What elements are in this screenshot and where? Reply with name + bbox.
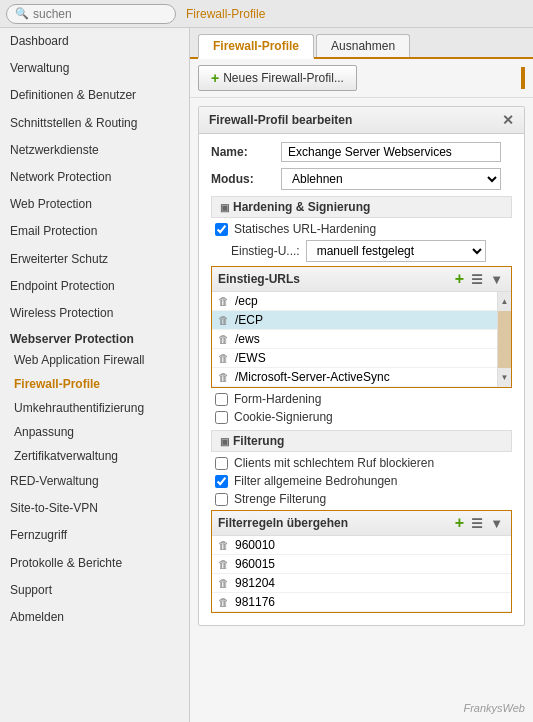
sidebar-sub-web-application-firewall[interactable]: Web Application Firewall (0, 348, 189, 372)
sidebar-item-support[interactable]: Support (0, 577, 189, 604)
sidebar-item-wireless-protection[interactable]: Wireless Protection (0, 300, 189, 327)
list-arrow-button[interactable]: ▼ (488, 272, 505, 287)
cookie-signierung-label: Cookie-Signierung (234, 410, 333, 424)
filter-value: 960010 (235, 538, 275, 552)
filter-options-button[interactable]: ☰ (469, 516, 485, 531)
clients-row: Clients mit schlechtem Ruf blockieren (211, 456, 512, 470)
search-box[interactable]: 🔍 (6, 4, 176, 24)
sidebar-sub-zertifikatverwaltung[interactable]: Zertifikatverwaltung (0, 444, 189, 468)
search-input[interactable] (33, 7, 173, 21)
einstieg-label: Einstieg-U...: (231, 244, 300, 258)
filterregeln-title: Filterregeln übergehen (218, 516, 348, 530)
cookie-signierung-row: Cookie-Signierung (211, 410, 512, 424)
filterung-label: Filterung (233, 434, 284, 448)
url-icon: 🗑 (218, 333, 229, 345)
filter-arrow-button[interactable]: ▼ (488, 516, 505, 531)
sidebar-item-site-to-site-vpn[interactable]: Site-to-Site-VPN (0, 495, 189, 522)
top-bar: 🔍 Firewall-Profile (0, 0, 533, 28)
add-filter-button[interactable]: + (453, 514, 466, 532)
sidebar-item-protokolle[interactable]: Protokolle & Berichte (0, 550, 189, 577)
sidebar-item-abmelden[interactable]: Abmelden (0, 604, 189, 631)
sidebar-item-netzwerkdienste[interactable]: Netzwerkdienste (0, 137, 189, 164)
scroll-thumb (498, 311, 511, 368)
sidebar-item-fernzugriff[interactable]: Fernzugriff (0, 522, 189, 549)
einstieg-row: Einstieg-U...: manuell festgelegtautomat… (211, 240, 512, 262)
filter-list-item[interactable]: 🗑960010 (212, 536, 511, 555)
url-list-item[interactable]: 🗑/ews (212, 330, 497, 349)
sidebar-item-verwaltung[interactable]: Verwaltung (0, 55, 189, 82)
tab-ausnahmen[interactable]: Ausnahmen (316, 34, 410, 57)
modus-label: Modus: (211, 172, 281, 186)
watermark: FrankysWeb (463, 702, 525, 714)
sidebar-sub-firewall-profile[interactable]: Firewall-Profile (0, 372, 189, 396)
static-url-checkbox[interactable] (215, 223, 228, 236)
sidebar-item-email-protection[interactable]: Email Protection (0, 218, 189, 245)
sidebar-item-dashboard[interactable]: Dashboard (0, 28, 189, 55)
strenge-checkbox[interactable] (215, 493, 228, 506)
tab-firewall-profile[interactable]: Firewall-Profile (198, 34, 314, 59)
filter-allgemein-label: Filter allgemeine Bedrohungen (234, 474, 397, 488)
form-hardening-checkbox[interactable] (215, 393, 228, 406)
filter-value: 981176 (235, 595, 275, 609)
collapse-icon: ▣ (220, 202, 229, 213)
filter-value: 960015 (235, 557, 275, 571)
static-url-row: Statisches URL-Hardening (211, 222, 512, 236)
sidebar-item-schnittstellen[interactable]: Schnittstellen & Routing (0, 110, 189, 137)
filter-list-inner: 🗑960010🗑960015🗑981204🗑981176 (212, 536, 511, 612)
filterregeln-actions: + ☰ ▼ (453, 514, 505, 532)
sidebar-section-webserver-protection[interactable]: Webserver Protection (0, 327, 189, 348)
main-content: Firewall-ProfileAusnahmen + Neues Firewa… (190, 28, 533, 722)
list-actions: + ☰ ▼ (453, 270, 505, 288)
sidebar-item-endpoint-protection[interactable]: Endpoint Protection (0, 273, 189, 300)
panel-body: Name: Modus: AblehnenZulassenBlockieren … (199, 134, 524, 625)
form-hardening-row: Form-Hardening (211, 392, 512, 406)
clients-label: Clients mit schlechtem Ruf blockieren (234, 456, 434, 470)
einstieg-urls-title: Einstieg-URLs (218, 272, 300, 286)
cookie-signierung-checkbox[interactable] (215, 411, 228, 424)
name-input[interactable] (281, 142, 501, 162)
sidebar-item-web-protection[interactable]: Web Protection (0, 191, 189, 218)
sidebar-item-erweiterter-schutz[interactable]: Erweiterter Schutz (0, 246, 189, 273)
list-options-button[interactable]: ☰ (469, 272, 485, 287)
add-url-button[interactable]: + (453, 270, 466, 288)
filter-list-item[interactable]: 🗑960015 (212, 555, 511, 574)
hardening-section-header[interactable]: ▣ Hardening & Signierung (211, 196, 512, 218)
einstieg-select[interactable]: manuell festgelegtautomatisch (306, 240, 486, 262)
sidebar-item-red-verwaltung[interactable]: RED-Verwaltung (0, 468, 189, 495)
sidebar-item-definitionen[interactable]: Definitionen & Benutzer (0, 82, 189, 109)
scroll-up-icon[interactable]: ▲ (498, 292, 511, 311)
name-row: Name: (211, 142, 512, 162)
url-list-scrollbar[interactable]: ▲ ▼ (497, 292, 511, 387)
sidebar-item-network-protection[interactable]: Network Protection (0, 164, 189, 191)
modus-row: Modus: AblehnenZulassenBlockieren (211, 168, 512, 190)
filter-icon: 🗑 (218, 577, 229, 589)
url-list-inner: 🗑/ecp🗑/ECP🗑/ews🗑/EWS🗑/Microsoft-Server-A… (212, 292, 511, 387)
sidebar-sub-umkehrauthentifizierung[interactable]: Umkehrauthentifizierung (0, 396, 189, 420)
close-icon[interactable]: ✕ (502, 112, 514, 128)
url-icon: 🗑 (218, 295, 229, 307)
einstieg-urls-panel: Einstieg-URLs + ☰ ▼ 🗑/ecp🗑/ECP🗑/ews🗑/EWS… (211, 266, 512, 388)
filter-list-item[interactable]: 🗑981176 (212, 593, 511, 612)
tabs-bar: Firewall-ProfileAusnahmen (190, 28, 533, 59)
strenge-row: Strenge Filterung (211, 492, 512, 506)
url-value: /ECP (235, 313, 263, 327)
url-list-item[interactable]: 🗑/EWS (212, 349, 497, 368)
filter-icon: 🗑 (218, 539, 229, 551)
filter-allgemein-checkbox[interactable] (215, 475, 228, 488)
add-firewall-profile-button[interactable]: + Neues Firewall-Profil... (198, 65, 357, 91)
url-icon: 🗑 (218, 314, 229, 326)
sidebar-sub-anpassung[interactable]: Anpassung (0, 420, 189, 444)
scroll-down-icon[interactable]: ▼ (498, 368, 511, 387)
einstieg-urls-header: Einstieg-URLs + ☰ ▼ (212, 267, 511, 292)
url-list-item[interactable]: 🗑/ECP (212, 311, 497, 330)
panel-title: Firewall-Profil bearbeiten (209, 113, 352, 127)
filter-allgemein-row: Filter allgemeine Bedrohungen (211, 474, 512, 488)
scroll-indicator (521, 67, 525, 89)
filterung-collapse-icon: ▣ (220, 436, 229, 447)
modus-select[interactable]: AblehnenZulassenBlockieren (281, 168, 501, 190)
url-list-item[interactable]: 🗑/ecp (212, 292, 497, 311)
filter-list-item[interactable]: 🗑981204 (212, 574, 511, 593)
filterung-section-header[interactable]: ▣ Filterung (211, 430, 512, 452)
url-list-item[interactable]: 🗑/Microsoft-Server-ActiveSync (212, 368, 497, 387)
clients-checkbox[interactable] (215, 457, 228, 470)
